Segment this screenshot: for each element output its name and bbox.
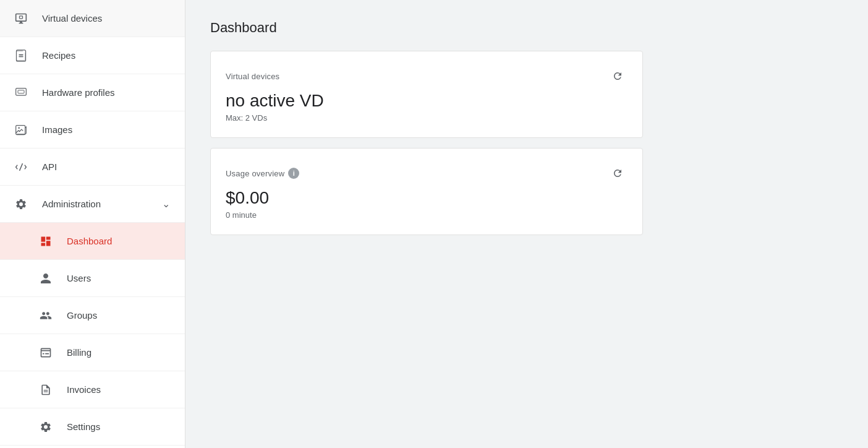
virtual-devices-icon (15, 12, 35, 25)
sidebar-item-settings[interactable]: Settings (0, 408, 185, 446)
sidebar: Virtual devices Recipes Hardware profile… (0, 0, 185, 448)
images-icon (15, 124, 35, 136)
virtual-devices-main-value: no active VD (226, 91, 628, 111)
svg-rect-4 (16, 88, 27, 95)
virtual-devices-card-title: Virtual devices (226, 72, 279, 81)
usage-overview-card-header: Usage overview i (226, 163, 628, 183)
sidebar-item-images[interactable]: Images (0, 111, 185, 149)
invoices-icon (40, 384, 59, 396)
sidebar-item-dashboard-label: Dashboard (67, 236, 112, 246)
virtual-devices-card: Virtual devices no active VD Max: 2 VDs (210, 51, 643, 138)
administration-icon (15, 198, 35, 210)
svg-rect-1 (17, 50, 26, 61)
usage-overview-refresh-button[interactable] (608, 163, 628, 183)
svg-rect-0 (20, 15, 23, 18)
page-title: Dashboard (210, 20, 843, 36)
recipes-icon (15, 50, 35, 62)
sidebar-item-billing[interactable]: Billing (0, 334, 185, 371)
sidebar-item-groups-label: Groups (67, 310, 97, 321)
sidebar-item-api[interactable]: API (0, 149, 185, 186)
chevron-up-icon: ⌄ (162, 198, 170, 210)
sidebar-item-dashboard[interactable]: Dashboard (0, 223, 185, 260)
sidebar-item-users[interactable]: Users (0, 260, 185, 297)
users-icon (40, 272, 59, 285)
sidebar-item-images-label: Images (42, 124, 170, 135)
sidebar-item-administration[interactable]: Administration ⌄ (0, 186, 185, 223)
api-icon (15, 161, 35, 173)
usage-overview-card: Usage overview i $0.00 0 minute (210, 148, 643, 235)
usage-overview-main-value: $0.00 (226, 188, 628, 208)
sidebar-item-administration-label: Administration (42, 199, 162, 209)
sidebar-item-api-label: API (42, 162, 170, 172)
sidebar-item-groups[interactable]: Groups (0, 297, 185, 334)
virtual-devices-refresh-button[interactable] (608, 66, 628, 86)
virtual-devices-sub-value: Max: 2 VDs (226, 113, 628, 123)
usage-overview-card-title-wrapper: Usage overview i (226, 168, 299, 179)
settings-icon (40, 421, 59, 433)
svg-rect-5 (18, 90, 24, 93)
usage-overview-sub-value: 0 minute (226, 210, 628, 220)
sidebar-item-hardware-profiles-label: Hardware profiles (42, 87, 170, 98)
svg-point-7 (18, 127, 20, 129)
billing-icon (40, 347, 59, 359)
dashboard-icon (40, 235, 59, 248)
svg-line-8 (20, 163, 23, 171)
usage-overview-card-title: Usage overview (226, 169, 284, 178)
groups-icon (40, 309, 59, 322)
sidebar-item-recipes[interactable]: Recipes (0, 37, 185, 74)
info-icon: i (288, 168, 299, 179)
main-content: Dashboard Virtual devices no active VD M… (185, 0, 868, 448)
hardware-profiles-icon (15, 87, 35, 99)
sidebar-item-invoices-label: Invoices (67, 384, 101, 395)
sidebar-item-settings-label: Settings (67, 421, 100, 432)
virtual-devices-card-header: Virtual devices (226, 66, 628, 86)
sidebar-item-invoices[interactable]: Invoices (0, 371, 185, 408)
sidebar-item-recipes-label: Recipes (42, 50, 170, 61)
sidebar-item-virtual-devices-label: Virtual devices (42, 13, 170, 24)
sidebar-item-virtual-devices[interactable]: Virtual devices (0, 0, 185, 37)
sidebar-item-hardware-profiles[interactable]: Hardware profiles (0, 74, 185, 111)
sidebar-item-users-label: Users (67, 273, 91, 283)
sidebar-item-billing-label: Billing (67, 347, 91, 358)
